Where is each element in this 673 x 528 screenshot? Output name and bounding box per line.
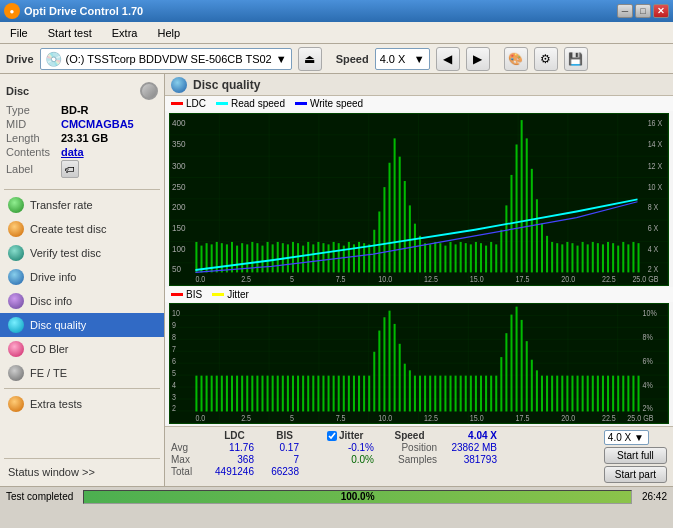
svg-rect-69	[449, 242, 451, 272]
sidebar-item-fe-te[interactable]: FE / TE	[0, 361, 164, 385]
svg-rect-32	[261, 246, 263, 273]
svg-rect-136	[200, 375, 202, 411]
disc-icon[interactable]	[140, 82, 158, 100]
stats-area: LDC BIS Jitter Speed 4.04 X Avg 11.76	[165, 426, 673, 486]
sidebar-item-drive-info[interactable]: Drive info	[0, 265, 164, 289]
extra-tests-label: Extra tests	[30, 398, 82, 410]
avg-bis: 0.17	[262, 442, 307, 453]
start-part-button[interactable]: Start part	[604, 466, 667, 483]
svg-rect-85	[531, 169, 533, 273]
svg-text:20.0: 20.0	[561, 275, 575, 285]
svg-rect-33	[267, 242, 269, 272]
svg-rect-191	[480, 375, 482, 411]
svg-rect-199	[521, 320, 523, 412]
speed-dropdown-select[interactable]: 4.0 X ▼	[604, 430, 649, 445]
legend-jitter-label: Jitter	[227, 289, 249, 300]
svg-rect-35	[277, 242, 279, 272]
svg-rect-208	[566, 375, 568, 411]
svg-rect-212	[587, 375, 589, 411]
sidebar-item-extra-tests[interactable]: Extra tests	[0, 392, 164, 416]
status-window-label: Status window >>	[8, 466, 95, 478]
svg-rect-73	[470, 244, 472, 272]
svg-rect-139	[216, 375, 218, 411]
jitter-checkbox[interactable]	[327, 431, 337, 441]
svg-rect-214	[597, 375, 599, 411]
svg-rect-200	[526, 341, 528, 411]
sidebar-item-cd-bler[interactable]: CD Bler	[0, 337, 164, 361]
menu-start-test[interactable]: Start test	[42, 25, 98, 41]
svg-text:14 X: 14 X	[648, 139, 663, 149]
svg-rect-163	[338, 375, 340, 411]
svg-text:8: 8	[172, 332, 176, 342]
svg-rect-99	[602, 244, 604, 272]
max-label: Max	[171, 454, 207, 465]
color-button[interactable]: 🎨	[504, 47, 528, 71]
svg-rect-196	[505, 333, 507, 411]
svg-rect-216	[607, 375, 609, 411]
svg-rect-148	[261, 375, 263, 411]
svg-rect-219	[622, 375, 624, 411]
prev-speed-button[interactable]: ◀	[436, 47, 460, 71]
speed-select[interactable]: 4.0 X ▼	[375, 48, 430, 70]
legend-jitter-color	[212, 293, 224, 296]
samples-value: 381793	[437, 454, 497, 465]
svg-rect-98	[597, 243, 599, 272]
drive-dropdown-icon: ▼	[276, 53, 287, 65]
avg-ldc: 11.76	[207, 442, 262, 453]
mid-value[interactable]: CMCMAGBA5	[61, 118, 134, 130]
svg-text:17.5: 17.5	[516, 412, 530, 422]
label-icon[interactable]: 🏷	[61, 160, 79, 178]
menu-extra[interactable]: Extra	[106, 25, 144, 41]
svg-rect-26	[231, 242, 233, 272]
menu-file[interactable]: File	[4, 25, 34, 41]
svg-rect-166	[353, 375, 355, 411]
drive-select[interactable]: 💿 (O:) TSSTcorp BDDVDW SE-506CB TS02 ▼	[40, 48, 292, 70]
contents-value[interactable]: data	[61, 146, 84, 158]
menu-help[interactable]: Help	[151, 25, 186, 41]
fe-te-icon	[8, 365, 24, 381]
close-button[interactable]: ✕	[653, 4, 669, 18]
maximize-button[interactable]: □	[635, 4, 651, 18]
sidebar-item-disc-quality[interactable]: Disc quality	[0, 313, 164, 337]
svg-rect-79	[500, 230, 502, 273]
start-full-button[interactable]: Start full	[604, 447, 667, 464]
sidebar-divider-1	[4, 189, 160, 190]
settings-button[interactable]: ⚙	[534, 47, 558, 71]
status-window-button[interactable]: Status window >>	[0, 462, 164, 482]
sidebar-item-verify-test-disc[interactable]: Verify test disc	[0, 241, 164, 265]
sidebar-item-transfer-rate[interactable]: Transfer rate	[0, 193, 164, 217]
legend-ldc-color	[171, 102, 183, 105]
svg-rect-94	[577, 246, 579, 273]
minimize-button[interactable]: ─	[617, 4, 633, 18]
svg-text:9: 9	[172, 320, 176, 330]
svg-rect-84	[526, 138, 528, 272]
legend-jitter: Jitter	[212, 289, 249, 300]
next-speed-button[interactable]: ▶	[466, 47, 490, 71]
svg-rect-150	[272, 375, 274, 411]
svg-rect-87	[541, 224, 543, 273]
svg-rect-185	[449, 375, 451, 411]
svg-rect-198	[516, 306, 518, 411]
bottom-chart-svg: 10 9 8 7 6 5 4 3 2 10% 8% 6% 4% 2%	[170, 304, 668, 423]
svg-text:22.5: 22.5	[602, 275, 616, 285]
sidebar-item-create-test-disc[interactable]: Create test disc	[0, 217, 164, 241]
svg-rect-45	[328, 244, 330, 272]
speed-value: 4.0 X	[380, 53, 406, 65]
svg-rect-170	[373, 351, 375, 411]
svg-rect-218	[617, 375, 619, 411]
svg-text:8 X: 8 X	[648, 203, 659, 213]
svg-rect-176	[404, 363, 406, 411]
svg-rect-205	[551, 375, 553, 411]
disc-info-label: Disc info	[30, 295, 72, 307]
svg-rect-180	[424, 375, 426, 411]
svg-rect-43	[317, 242, 319, 272]
sidebar-item-disc-info[interactable]: Disc info	[0, 289, 164, 313]
eject-button[interactable]: ⏏	[298, 47, 322, 71]
drive-icon: 💿	[45, 51, 62, 67]
svg-rect-179	[419, 375, 421, 411]
cd-bler-label: CD Bler	[30, 343, 69, 355]
svg-rect-151	[277, 375, 279, 411]
save-button[interactable]: 💾	[564, 47, 588, 71]
svg-text:3: 3	[172, 391, 176, 401]
svg-rect-159	[317, 375, 319, 411]
